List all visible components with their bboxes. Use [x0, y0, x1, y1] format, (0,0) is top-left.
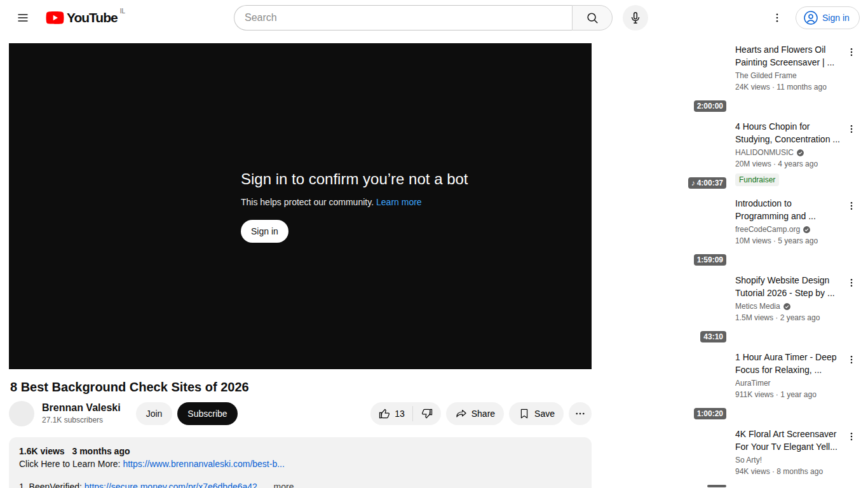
dislike-button[interactable] — [413, 402, 441, 425]
join-button[interactable]: Join — [136, 402, 173, 425]
video-thumbnail[interactable] — [620, 351, 730, 410]
upload-age: 3 months ago — [72, 446, 130, 456]
video-player[interactable]: Sign in to confirm you’re not a bot This… — [9, 43, 592, 369]
suggested-channel-row[interactable]: Metics Media — [735, 301, 844, 312]
like-count: 13 — [395, 409, 405, 419]
description-line-1: Click Here to Learn More: https://www.br… — [19, 458, 581, 470]
share-label: Share — [471, 409, 495, 419]
duration-badge: ♪4:00:37 — [688, 177, 726, 189]
search-input[interactable] — [234, 5, 572, 30]
video-title: 8 Best Background Check Sites of 2026 — [9, 378, 592, 396]
save-button[interactable]: Save — [509, 402, 564, 425]
save-label: Save — [534, 409, 555, 419]
suggested-video-meta: 10M views · 5 years ago — [735, 235, 844, 247]
video-info: Hearts and Flowers Oil Painting Screensa… — [735, 43, 844, 115]
suggested-channel-name: So Arty! — [735, 454, 762, 466]
suggested-video-title[interactable]: Hearts and Flowers Oil Painting Screensa… — [735, 43, 844, 69]
voice-search-button[interactable] — [623, 5, 648, 30]
thumbs-up-icon — [378, 407, 391, 420]
video-info: Shopify Website Design Tutorial 2026 - S… — [735, 274, 844, 346]
logo-wordmark: YouTube — [67, 9, 118, 27]
thumbs-down-icon — [421, 407, 433, 420]
suggested-video-meta: 24K views · 11 months ago — [735, 81, 844, 93]
learn-more-link[interactable]: Learn more — [376, 197, 422, 207]
suggested-video-meta: 1.5M views · 2 years ago — [735, 312, 844, 323]
channel-name[interactable]: Brennan Valeski — [42, 402, 121, 414]
duration-label: 1:00:20 — [697, 409, 723, 418]
suggested-video-title[interactable]: Introduction to Programming and ... — [735, 197, 844, 222]
suggested-video-item[interactable]: 43:10 Shopify Website Design Tutorial 20… — [620, 274, 860, 346]
channel-row: Brennan Valeski 27.1K subscribers Join S… — [9, 401, 592, 426]
video-options-kebab-icon[interactable] — [844, 198, 859, 214]
suggested-video-title[interactable]: 4 Hours Chopin for Studying, Concentrati… — [735, 120, 844, 146]
suggested-video-meta: 94K views · 8 months ago — [735, 466, 844, 477]
video-info: Introduction to Programming and ... free… — [735, 197, 844, 269]
duration-badge: 2:00:00 — [694, 100, 726, 112]
description-line-2: 1. BeenVerified: https://secure.money.co… — [19, 480, 581, 488]
video-thumbnail[interactable] — [620, 197, 730, 257]
search-button[interactable] — [572, 5, 613, 30]
suggested-channel-name: Metics Media — [735, 301, 780, 312]
suggested-video-item[interactable]: 1:59:09 Introduction to Programming and … — [620, 197, 860, 269]
description-link-1[interactable]: https://www.brennanvaleski.com/best-b... — [123, 459, 284, 469]
verified-badge-icon — [796, 149, 804, 157]
description-link-2[interactable]: https://secure.money.com/pr/x7e6dbde6a42 — [85, 482, 257, 488]
suggested-video-title[interactable]: 4K Floral Art Screensaver For Your Tv El… — [735, 428, 844, 453]
bot-check-message: Sign in to confirm you’re not a bot This… — [241, 170, 468, 243]
header-signin-button[interactable]: Sign in — [796, 6, 860, 29]
person-icon — [803, 10, 818, 25]
video-info: 4K Floral Art Screensaver For Your Tv El… — [735, 428, 844, 488]
share-button[interactable]: Share — [446, 402, 504, 425]
bookmark-icon — [518, 407, 531, 420]
share-icon — [455, 407, 468, 420]
video-thumbnail[interactable] — [620, 120, 730, 180]
video-options-kebab-icon[interactable] — [844, 44, 859, 60]
suggested-video-title[interactable]: Shopify Website Design Tutorial 2026 - S… — [735, 274, 844, 299]
suggested-video-item[interactable]: 1:00:20 1 Hour Aura Timer - Deep Focus f… — [620, 351, 860, 423]
subscribe-button[interactable]: Subscribe — [177, 402, 237, 425]
video-info-section: 8 Best Background Check Sites of 2026 Br… — [9, 378, 592, 488]
description-box[interactable]: 1.6K views 3 months ago Click Here to Le… — [9, 437, 592, 488]
duration-badge: 43:10 — [700, 331, 726, 342]
suggested-channel-row[interactable]: So Arty! — [735, 454, 844, 466]
video-thumbnail[interactable] — [620, 428, 730, 487]
duration-label: 1:59:09 — [697, 255, 723, 264]
player-signin-button[interactable]: Sign in — [241, 220, 288, 243]
description-meta: 1.6K views 3 months ago — [19, 445, 581, 458]
duration-label: 43:10 — [703, 332, 723, 341]
youtube-logo[interactable]: YouTube IL — [46, 9, 125, 27]
like-button[interactable]: 13 — [370, 402, 412, 425]
more-actions-button[interactable] — [569, 402, 592, 425]
search-icon — [585, 11, 599, 25]
view-count: 1.6K views — [19, 446, 65, 456]
video-options-kebab-icon[interactable] — [844, 275, 859, 290]
like-dislike-pill: 13 — [370, 402, 441, 425]
suggested-channel-row[interactable]: The Gilded Frame — [735, 70, 844, 81]
video-thumbnail[interactable] — [620, 274, 730, 334]
menu-icon[interactable] — [10, 5, 36, 30]
suggested-channel-row[interactable]: AuraTimer — [735, 377, 844, 389]
suggested-channel-row[interactable]: freeCodeCamp.org — [735, 224, 844, 235]
duration-badge — [707, 485, 726, 487]
suggested-video-meta: 911K views · 1 year ago — [735, 389, 844, 400]
duration-badge: 1:00:20 — [694, 408, 726, 419]
bot-check-subtitle: This helps protect our community. — [241, 197, 374, 207]
suggested-video-meta: 20M views · 4 years ago — [735, 158, 844, 170]
channel-avatar[interactable] — [9, 401, 34, 426]
suggested-video-item[interactable]: 2:00:00 Hearts and Flowers Oil Painting … — [620, 43, 860, 115]
video-info: 1 Hour Aura Timer - Deep Focus for Relax… — [735, 351, 844, 423]
duration-label: 2:00:00 — [697, 102, 723, 111]
suggested-video-item[interactable]: 4K Floral Art Screensaver For Your Tv El… — [620, 428, 860, 488]
settings-kebab-icon[interactable] — [764, 5, 790, 30]
video-thumbnail[interactable] — [620, 43, 730, 103]
country-code: IL — [120, 8, 125, 15]
suggested-videos-sidebar: 2:00:00 Hearts and Flowers Oil Painting … — [620, 43, 860, 488]
video-options-kebab-icon[interactable] — [844, 121, 859, 137]
video-options-kebab-icon[interactable] — [844, 429, 859, 444]
suggested-video-item[interactable]: ♪4:00:37 4 Hours Chopin for Studying, Co… — [620, 120, 860, 192]
show-more-link[interactable]: ...more — [266, 482, 294, 488]
video-options-kebab-icon[interactable] — [844, 352, 859, 367]
suggested-video-title[interactable]: 1 Hour Aura Timer - Deep Focus for Relax… — [735, 351, 844, 376]
music-note-icon: ♪ — [691, 179, 695, 187]
suggested-channel-row[interactable]: HALIDONMUSIC — [735, 147, 844, 158]
